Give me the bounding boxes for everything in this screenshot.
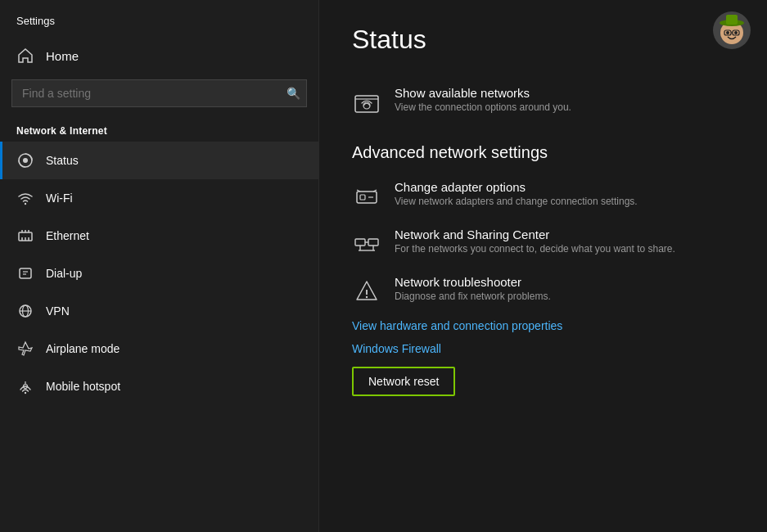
- change-adapter-text: Change adapter options View network adap…: [395, 180, 638, 207]
- sidebar-item-vpn[interactable]: VPN: [0, 292, 318, 330]
- change-adapter-item[interactable]: Change adapter options View network adap…: [352, 172, 734, 219]
- sidebar-item-hotspot-label: Mobile hotspot: [46, 380, 120, 393]
- sidebar-item-ethernet-label: Ethernet: [46, 229, 89, 242]
- sharing-center-title: Network and Sharing Center: [395, 228, 675, 241]
- sidebar-item-wifi-label: Wi-Fi: [46, 192, 73, 205]
- troubleshooter-item[interactable]: Network troubleshooter Diagnose and fix …: [352, 267, 734, 314]
- change-adapter-desc: View network adapters and change connect…: [395, 196, 638, 207]
- svg-point-2: [25, 203, 26, 205]
- vpn-icon: [16, 302, 34, 320]
- dialup-icon: [16, 264, 34, 282]
- show-networks-desc: View the connection options around you.: [395, 101, 571, 113]
- troubleshooter-icon: [352, 277, 381, 306]
- hotspot-icon: [16, 377, 34, 395]
- svg-rect-35: [368, 239, 378, 246]
- avatar-area: [713, 11, 751, 49]
- sidebar-item-dialup-label: Dial-up: [46, 267, 82, 280]
- svg-rect-21: [726, 15, 738, 25]
- show-networks-text: Show available networks View the connect…: [395, 86, 571, 113]
- svg-rect-27: [355, 96, 378, 112]
- home-label: Home: [46, 49, 79, 63]
- svg-point-23: [734, 31, 738, 34]
- avatar: [713, 11, 751, 49]
- home-nav-item[interactable]: Home: [0, 38, 318, 73]
- troubleshooter-desc: Diagnose and fix network problems.: [395, 291, 551, 302]
- app-title: Settings: [0, 0, 318, 38]
- sharing-center-desc: For the networks you connect to, decide …: [395, 243, 675, 255]
- show-networks-title: Show available networks: [395, 86, 571, 100]
- sidebar-item-status[interactable]: Status: [0, 142, 318, 179]
- change-adapter-title: Change adapter options: [395, 180, 638, 194]
- section-label: Network & Internet: [0, 115, 318, 142]
- sidebar-item-airplane[interactable]: Airplane mode: [0, 330, 318, 367]
- airplane-icon: [16, 340, 34, 358]
- svg-point-41: [366, 296, 368, 298]
- svg-point-1: [23, 158, 28, 163]
- show-available-networks-item[interactable]: Show available networks View the connect…: [352, 78, 734, 125]
- sidebar-item-status-label: Status: [46, 154, 79, 167]
- troubleshooter-title: Network troubleshooter: [395, 275, 551, 289]
- home-icon: [16, 47, 34, 65]
- sidebar-item-ethernet[interactable]: Ethernet: [0, 217, 318, 255]
- svg-rect-30: [360, 195, 365, 200]
- ethernet-icon: [16, 227, 34, 245]
- svg-point-16: [25, 392, 26, 394]
- sharing-center-item[interactable]: Network and Sharing Center For the netwo…: [352, 219, 734, 267]
- sharing-center-icon: [352, 229, 381, 259]
- svg-rect-34: [355, 239, 365, 246]
- status-icon: [16, 151, 34, 169]
- sharing-center-text: Network and Sharing Center For the netwo…: [395, 228, 675, 255]
- svg-point-22: [726, 31, 729, 34]
- wifi-icon: [16, 189, 34, 207]
- sidebar-item-wifi[interactable]: Wi-Fi: [0, 179, 318, 217]
- show-networks-icon: [352, 88, 381, 117]
- svg-rect-10: [20, 268, 31, 278]
- sidebar-item-dialup[interactable]: Dial-up: [0, 255, 318, 292]
- sidebar-item-hotspot[interactable]: Mobile hotspot: [0, 367, 318, 405]
- page-title: Status: [352, 25, 734, 55]
- search-input[interactable]: [11, 79, 307, 107]
- windows-firewall-link[interactable]: Windows Firewall: [352, 337, 734, 360]
- network-reset-button[interactable]: Network reset: [352, 367, 455, 396]
- search-box: 🔍: [11, 79, 307, 107]
- troubleshooter-text: Network troubleshooter Diagnose and fix …: [395, 275, 551, 302]
- main-content: Status Show available networks View the …: [319, 0, 767, 532]
- change-adapter-icon: [352, 182, 381, 211]
- sidebar-item-airplane-label: Airplane mode: [46, 342, 120, 355]
- hardware-properties-link[interactable]: View hardware and connection properties: [352, 314, 734, 337]
- sidebar: Settings Home 🔍 Network & Internet Statu…: [0, 0, 319, 532]
- advanced-section-heading: Advanced network settings: [352, 143, 734, 162]
- sidebar-item-vpn-label: VPN: [46, 304, 70, 318]
